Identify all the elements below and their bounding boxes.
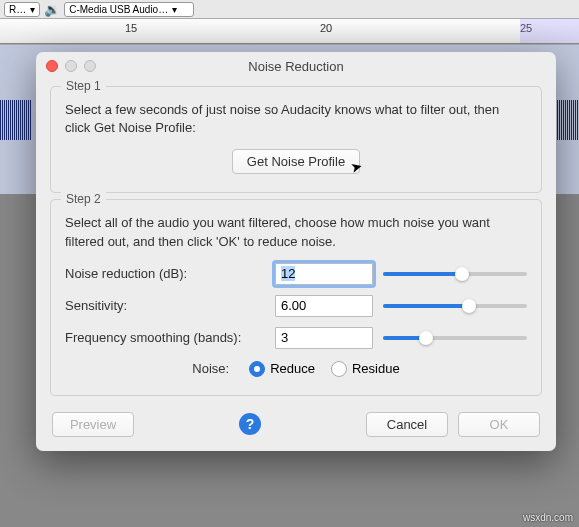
radio-residue-label: Residue [352, 361, 400, 376]
freq-smoothing-input[interactable] [275, 327, 373, 349]
radio-reduce[interactable]: Reduce [249, 361, 315, 377]
step1-text: Select a few seconds of just noise so Au… [65, 101, 527, 137]
noise-reduction-dialog: Noise Reduction Step 1 Select a few seco… [36, 52, 556, 451]
ok-button[interactable]: OK [458, 412, 540, 437]
close-icon[interactable] [46, 60, 58, 72]
get-noise-profile-button[interactable]: Get Noise Profile [232, 149, 360, 174]
ruler-tick: 20 [320, 22, 332, 34]
radio-reduce-label: Reduce [270, 361, 315, 376]
radio-icon [249, 361, 265, 377]
speaker-icon: 🔉 [44, 2, 60, 17]
noise-reduction-label: Noise reduction (dB): [65, 266, 265, 281]
dialog-title: Noise Reduction [36, 59, 556, 74]
noise-reduction-input[interactable] [275, 263, 373, 285]
zoom-icon [84, 60, 96, 72]
step2-text: Select all of the audio you want filtere… [65, 214, 527, 250]
minimize-icon [65, 60, 77, 72]
recording-label: R… [9, 4, 26, 15]
ruler-tick: 15 [125, 22, 137, 34]
sensitivity-input[interactable] [275, 295, 373, 317]
sensitivity-slider[interactable] [383, 296, 527, 316]
radio-icon [331, 361, 347, 377]
ruler-tick: 25 [520, 22, 532, 34]
step1-group: Step 1 Select a few seconds of just nois… [50, 86, 542, 193]
step1-label: Step 1 [61, 79, 106, 93]
chevron-down-icon: ▾ [172, 4, 177, 15]
radio-residue[interactable]: Residue [331, 361, 400, 377]
playback-device-label: C-Media USB Audio… [69, 4, 168, 15]
noise-radio-label: Noise: [192, 361, 229, 376]
playback-device-segment[interactable]: C-Media USB Audio… ▾ [64, 2, 194, 17]
step2-label: Step 2 [61, 192, 106, 206]
main-toolbar: R… ▾ 🔉 C-Media USB Audio… ▾ [0, 0, 579, 18]
cancel-button[interactable]: Cancel [366, 412, 448, 437]
noise-reduction-row: Noise reduction (dB): [65, 263, 527, 285]
preview-button[interactable]: Preview [52, 412, 134, 437]
freq-smoothing-label: Frequency smoothing (bands): [65, 330, 265, 345]
freq-smoothing-row: Frequency smoothing (bands): [65, 327, 527, 349]
dialog-button-bar: Preview ? Cancel OK [36, 402, 556, 451]
step2-group: Step 2 Select all of the audio you want … [50, 199, 542, 395]
chevron-down-icon: ▾ [30, 4, 35, 15]
freq-smoothing-slider[interactable] [383, 328, 527, 348]
sensitivity-row: Sensitivity: [65, 295, 527, 317]
timeline-ruler[interactable]: 15 20 25 [0, 18, 579, 44]
noise-radio-row: Noise: Reduce Residue [65, 361, 527, 377]
help-icon[interactable]: ? [239, 413, 261, 435]
watermark: wsxdn.com [523, 512, 573, 523]
sensitivity-label: Sensitivity: [65, 298, 265, 313]
noise-reduction-slider[interactable] [383, 264, 527, 284]
recording-device-segment[interactable]: R… ▾ [4, 2, 40, 17]
dialog-titlebar: Noise Reduction [36, 52, 556, 80]
